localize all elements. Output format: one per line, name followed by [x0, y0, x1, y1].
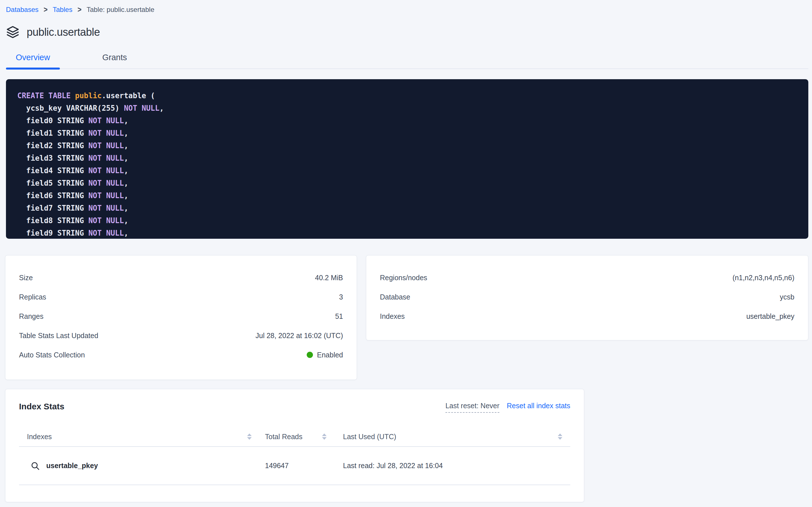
stat-row: Auto Stats Collection Enabled — [19, 345, 343, 364]
column-header-last-used[interactable]: Last Used (UTC) — [328, 433, 570, 441]
tab-label: Overview — [16, 53, 50, 62]
breadcrumb-current: Table: public.usertable — [86, 6, 154, 14]
column-header-total-reads-label: Total Reads — [265, 433, 302, 441]
index-name-cell: usertable_pkey — [19, 461, 252, 471]
sql-code-line: field6 STRING NOT NULL, — [17, 189, 797, 202]
index-stats-table: Indexes Total Reads Last Used (UTC) user… — [5, 427, 584, 485]
status-dot-icon — [307, 352, 313, 358]
stat-value: Enabled — [307, 351, 343, 359]
stat-value: 51 — [335, 312, 343, 321]
sql-code-line: field0 STRING NOT NULL, — [17, 114, 797, 127]
tab-grants[interactable]: Grants — [88, 53, 141, 68]
stat-value: 3 — [339, 293, 343, 301]
stat-value-text: (n1,n2,n3,n4,n5,n6) — [733, 274, 795, 282]
stat-value-text: Jul 28, 2022 at 16:02 (UTC) — [256, 332, 343, 340]
stat-value-text: usertable_pkey — [746, 312, 795, 321]
stat-row: Table Stats Last Updated Jul 28, 2022 at… — [19, 326, 343, 345]
tab-label: Grants — [102, 53, 127, 62]
sql-code-line: field1 STRING NOT NULL, — [17, 127, 797, 139]
stat-value: Jul 28, 2022 at 16:02 (UTC) — [256, 332, 343, 340]
stat-row: Database ycsb — [380, 287, 795, 306]
sql-code-line: field2 STRING NOT NULL, — [17, 139, 797, 152]
stat-row: Regions/nodes (n1,n2,n3,n4,n5,n6) — [380, 268, 795, 287]
sql-code-line: field3 STRING NOT NULL, — [17, 152, 797, 164]
stat-label: Indexes — [380, 312, 405, 321]
sql-code-line: ycsb_key VARCHAR(255) NOT NULL, — [17, 102, 797, 114]
index-stats-title: Index Stats — [19, 402, 64, 411]
index-stats-actions: Last reset: Never Reset all index stats — [445, 402, 570, 413]
column-header-total-reads[interactable]: Total Reads — [252, 433, 328, 441]
stat-label: Size — [19, 274, 33, 282]
sql-code-line: field8 STRING NOT NULL, — [17, 214, 797, 227]
sort-icon[interactable] — [247, 434, 252, 440]
create-table-sql-block: CREATE TABLE public.usertable ( ycsb_key… — [6, 79, 808, 239]
index-stats-card: Index Stats Last reset: Never Reset all … — [5, 389, 584, 502]
stat-value-text: 3 — [339, 293, 343, 301]
breadcrumb-link[interactable]: Databases — [6, 6, 39, 14]
stat-label: Table Stats Last Updated — [19, 332, 98, 340]
column-header-indexes[interactable]: Indexes — [19, 433, 252, 441]
stat-row: Replicas 3 — [19, 287, 343, 306]
sort-icon[interactable] — [322, 434, 326, 440]
tab-overview[interactable]: Overview — [6, 53, 60, 68]
stat-value-text: ycsb — [780, 293, 795, 301]
index-name-link[interactable]: usertable_pkey — [46, 462, 98, 470]
column-header-last-used-label: Last Used (UTC) — [343, 433, 396, 441]
sql-code-line: field9 STRING NOT NULL, — [17, 227, 797, 239]
sql-code-line: field5 STRING NOT NULL, — [17, 177, 797, 189]
last-reset-label: Last reset: Never — [445, 402, 499, 413]
stat-row: Ranges 51 — [19, 306, 343, 326]
stat-value: ycsb — [780, 293, 795, 301]
layers-icon — [6, 25, 19, 39]
page-title: public.usertable — [27, 26, 100, 38]
breadcrumb: Databases>Tables>Table: public.usertable — [6, 6, 808, 14]
stat-value: (n1,n2,n3,n4,n5,n6) — [733, 274, 795, 282]
last-used-cell: Last read: Jul 28, 2022 at 16:04 — [328, 462, 570, 470]
index-stats-header: Index Stats Last reset: Never Reset all … — [5, 402, 584, 413]
search-icon — [30, 461, 40, 471]
sql-code-line: field7 STRING NOT NULL, — [17, 202, 797, 214]
sql-code-line: field4 STRING NOT NULL, — [17, 164, 797, 177]
breadcrumb-link[interactable]: Tables — [53, 6, 72, 14]
chevron-right-icon: > — [44, 5, 48, 14]
sql-code-line: CREATE TABLE public.usertable ( — [17, 90, 797, 102]
page: Databases>Tables>Table: public.usertable… — [0, 0, 812, 502]
stat-label: Ranges — [19, 312, 44, 321]
reset-index-stats-link[interactable]: Reset all index stats — [507, 402, 570, 410]
stat-label: Replicas — [19, 293, 46, 301]
table-stats-card: Size 40.2 MiB Replicas 3 Ranges 51 Table… — [5, 255, 357, 380]
page-title-row: public.usertable — [6, 25, 808, 39]
index-stats-table-row: usertable_pkey 149647 Last read: Jul 28,… — [19, 447, 570, 485]
sort-icon[interactable] — [558, 434, 562, 440]
stat-label: Regions/nodes — [380, 274, 427, 282]
stat-value: usertable_pkey — [746, 312, 795, 321]
total-reads-cell: 149647 — [252, 462, 328, 470]
index-stats-table-body: usertable_pkey 149647 Last read: Jul 28,… — [5, 447, 584, 485]
column-header-indexes-label: Indexes — [27, 433, 52, 441]
stat-label: Database — [380, 293, 410, 301]
chevron-right-icon: > — [77, 5, 81, 14]
stat-row: Indexes usertable_pkey — [380, 306, 795, 326]
stat-row: Size 40.2 MiB — [19, 268, 343, 287]
table-meta-card: Regions/nodes (n1,n2,n3,n4,n5,n6) Databa… — [366, 255, 808, 340]
stat-value-text: 51 — [335, 312, 343, 321]
overview-cards-row: Size 40.2 MiB Replicas 3 Ranges 51 Table… — [6, 255, 808, 380]
stat-value-text: 40.2 MiB — [315, 274, 343, 282]
index-stats-table-header: Indexes Total Reads Last Used (UTC) — [19, 427, 570, 447]
stat-value-text: Enabled — [317, 351, 343, 359]
stat-label: Auto Stats Collection — [19, 351, 85, 359]
tab-bar: OverviewGrants — [6, 53, 808, 69]
stat-value: 40.2 MiB — [315, 274, 343, 282]
